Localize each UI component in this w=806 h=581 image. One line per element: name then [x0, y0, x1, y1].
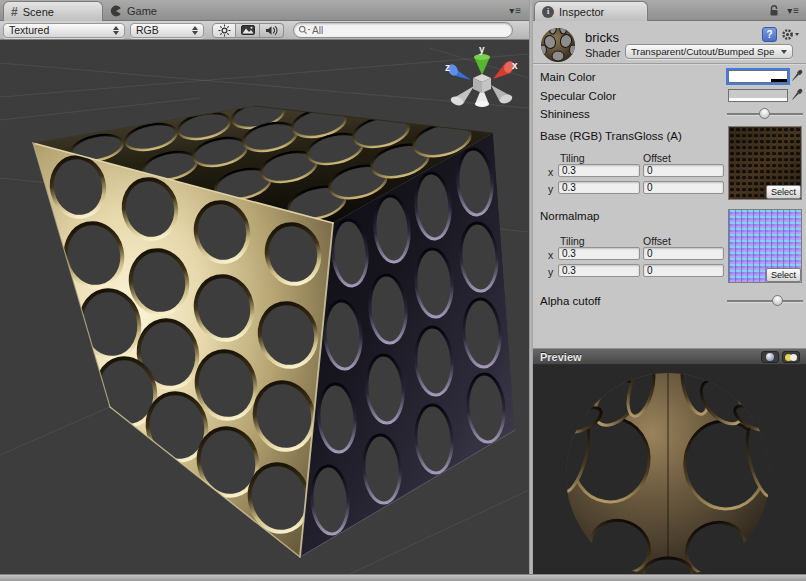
shininess-label: Shininess	[540, 108, 590, 120]
divider	[533, 63, 806, 64]
tab-scene-label: Scene	[23, 6, 54, 18]
speaker-icon	[265, 25, 278, 36]
normalmap-thumbnail[interactable]: Select	[728, 209, 802, 283]
alpha-bar	[729, 79, 787, 82]
base-texture-thumbnail[interactable]: Select	[728, 126, 802, 200]
skybox-toggle-button[interactable]	[236, 23, 260, 38]
specular-color-label: Specular Color	[540, 90, 616, 102]
gizmo-z-label: z	[445, 62, 450, 73]
normalmap-label: Normalmap	[540, 210, 599, 222]
color-channel-value: RGB	[136, 24, 159, 36]
material-preview-area[interactable]: +	[533, 365, 806, 581]
search-input[interactable]	[312, 25, 506, 36]
preview-title: Preview	[540, 351, 582, 363]
lighting-toggle-button[interactable]	[212, 23, 236, 38]
preview-sphere-render	[533, 365, 806, 581]
inspector-panel-menu-icon[interactable]: ▾≡	[787, 5, 800, 16]
render-mode-value: Textured	[9, 24, 49, 36]
y-row-label: y	[548, 266, 553, 278]
color-channel-dropdown[interactable]: RGB	[130, 23, 204, 38]
tiling-header: Tiling	[560, 152, 585, 164]
alpha-cutoff-slider[interactable]	[727, 294, 803, 308]
dropdown-arrows-icon	[113, 26, 119, 35]
slider-thumb[interactable]	[759, 108, 770, 119]
normal-offset-y-field[interactable]	[643, 264, 724, 277]
inspector-tab-bar: i Inspector ▾≡	[533, 0, 806, 21]
eyedropper-icon[interactable]	[791, 68, 804, 82]
base-tiling-x-field[interactable]	[558, 164, 640, 177]
x-row-label: x	[548, 249, 553, 261]
shininess-slider[interactable]	[727, 107, 803, 121]
scene-search-field[interactable]	[293, 22, 513, 38]
base-offset-y-field[interactable]	[643, 181, 724, 194]
gear-icon[interactable]	[781, 27, 799, 42]
x-row-label: x	[548, 166, 553, 178]
gizmo-x-label: x	[512, 60, 518, 71]
inspector-body: bricks Shader Transparent/Cutout/Bumped …	[533, 21, 806, 574]
specular-color-swatch[interactable]	[728, 89, 788, 102]
normal-offset-x-field[interactable]	[643, 247, 724, 260]
preview-header[interactable]: Preview	[533, 348, 806, 365]
audio-toggle-button[interactable]	[260, 23, 284, 38]
normalmap-select-button[interactable]: Select	[766, 268, 801, 282]
scene-grid-icon: #	[11, 5, 18, 19]
search-icon	[298, 25, 310, 36]
help-icon[interactable]: ?	[762, 27, 777, 42]
lock-icon[interactable]	[768, 4, 780, 17]
sphere-icon	[766, 353, 774, 361]
alpha-cutoff-label: Alpha cutoff	[540, 295, 601, 307]
scene-tab-bar: # Scene Game ▾≡	[0, 0, 529, 21]
shader-label: Shader	[585, 47, 620, 59]
base-texture-select-button[interactable]: Select	[766, 185, 801, 199]
offset-header: Offset	[643, 152, 671, 164]
gizmo-y-label: y	[479, 44, 485, 55]
tab-inspector[interactable]: i Inspector	[534, 1, 648, 21]
tiling-header: Tiling	[560, 235, 585, 247]
preview-shape-button[interactable]	[761, 351, 779, 363]
normal-tiling-x-field[interactable]	[558, 247, 640, 260]
y-row-label: y	[548, 183, 553, 195]
alpha-bar	[729, 98, 787, 101]
material-name: bricks	[585, 30, 619, 45]
eyedropper-icon[interactable]	[791, 87, 804, 101]
sun-icon	[218, 24, 231, 37]
tab-inspector-label: Inspector	[559, 6, 604, 18]
shader-value: Transparent/Cutout/Bumped Spe	[631, 46, 778, 57]
material-preview-thumbnail[interactable]	[539, 25, 577, 63]
unity-editor-window: # Scene Game ▾≡ Textured RGB	[0, 0, 806, 581]
game-pacman-icon	[110, 5, 122, 17]
gear-glyph	[781, 27, 795, 42]
slider-thumb[interactable]	[772, 295, 783, 306]
render-mode-dropdown[interactable]: Textured	[3, 23, 125, 38]
base-map-label: Base (RGB) TransGloss (A)	[540, 130, 682, 142]
scene-viewport[interactable]: y z x	[0, 40, 529, 574]
main-color-label: Main Color	[540, 71, 596, 83]
chevron-down-icon	[795, 33, 799, 36]
inspector-panel: i Inspector ▾≡	[533, 0, 806, 574]
chevron-down-icon	[781, 50, 787, 54]
image-icon	[241, 25, 255, 35]
tab-scene[interactable]: # Scene	[3, 1, 103, 21]
base-offset-x-field[interactable]	[643, 164, 724, 177]
shader-dropdown[interactable]: Transparent/Cutout/Bumped Spe	[625, 44, 793, 59]
normal-tiling-y-field[interactable]	[558, 264, 640, 277]
dropdown-arrows-icon	[192, 26, 198, 35]
slider-track[interactable]	[727, 300, 803, 303]
window-bottom-edge	[0, 574, 806, 581]
scene-toolbar: Textured RGB	[0, 21, 529, 40]
preview-lighting-button[interactable]	[782, 351, 800, 363]
main-color-swatch[interactable]	[728, 70, 788, 83]
light-white-icon	[790, 354, 797, 361]
scene-toggle-group	[212, 23, 284, 38]
base-tiling-y-field[interactable]	[558, 181, 640, 194]
tab-game[interactable]: Game	[110, 0, 157, 21]
info-icon: i	[542, 6, 554, 18]
scene-panel: # Scene Game ▾≡ Textured RGB	[0, 0, 529, 574]
scene-panel-menu-icon[interactable]: ▾≡	[509, 5, 522, 16]
scene-render: y z x	[0, 40, 529, 574]
offset-header: Offset	[643, 235, 671, 247]
tab-game-label: Game	[127, 5, 157, 17]
